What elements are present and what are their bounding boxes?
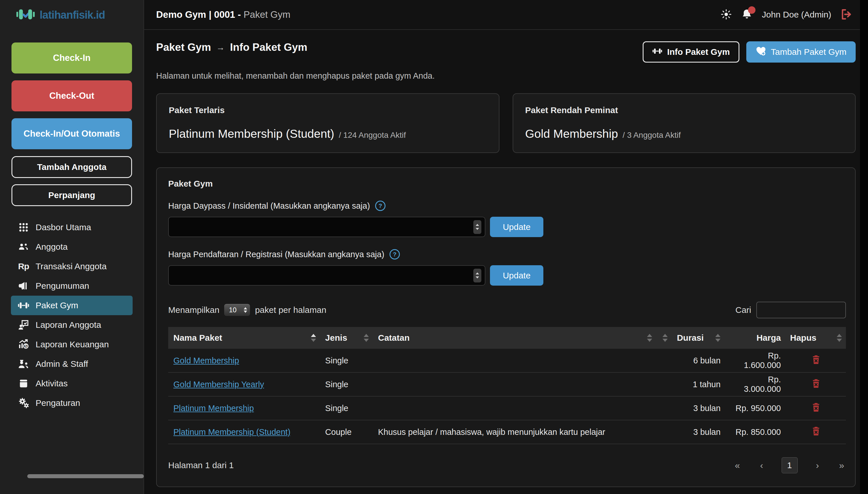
col-durasi[interactable]: Durasi bbox=[672, 327, 725, 349]
sidebar-item-laporan-anggota[interactable]: Laporan Anggota bbox=[11, 315, 133, 335]
megaphone-icon bbox=[17, 280, 30, 292]
sidebar-item-pengumuman[interactable]: Pengumuman bbox=[11, 276, 133, 296]
brand-logo[interactable]: latihanfisik.id bbox=[0, 0, 143, 30]
check-in-button[interactable]: Check-In bbox=[12, 42, 132, 74]
tambah-paket-gym-button[interactable]: Tambah Paket Gym bbox=[746, 41, 856, 62]
trash-icon bbox=[811, 385, 822, 390]
card-value: Platinum Membership (Student) bbox=[169, 127, 334, 141]
col-hapus[interactable]: Hapus bbox=[785, 327, 846, 349]
package-link[interactable]: Gold Membership Yearly bbox=[173, 380, 264, 389]
update-daypass-button[interactable]: Update bbox=[490, 217, 543, 237]
app-window: latihanfisik.id Check-In Check-Out Check… bbox=[0, 0, 868, 494]
pagination-first-button[interactable]: « bbox=[733, 460, 742, 471]
page-length-select[interactable]: 10 bbox=[224, 304, 250, 316]
package-link[interactable]: Gold Membership bbox=[173, 356, 239, 365]
col-catatan[interactable]: Catatan bbox=[373, 327, 656, 349]
pagination-prev-button[interactable]: ‹ bbox=[758, 460, 765, 471]
info-paket-gym-button[interactable]: Info Paket Gym bbox=[643, 41, 739, 62]
brand-name: latihanfisik.id bbox=[40, 9, 105, 21]
horizontal-scrollbar-thumb[interactable] bbox=[27, 474, 144, 478]
table-row: Platinum Membership (Student) Couple Khu… bbox=[168, 420, 846, 444]
search-input[interactable] bbox=[756, 302, 846, 318]
sidebar: latihanfisik.id Check-In Check-Out Check… bbox=[0, 0, 144, 494]
pagination-next-button[interactable]: › bbox=[814, 460, 821, 471]
sidebar-item-dasbor-utama[interactable]: Dasbor Utama bbox=[11, 217, 133, 237]
sidebar-item-label: Aktivitas bbox=[36, 379, 68, 388]
user-name: John Doe (Admin) bbox=[762, 10, 831, 20]
col-hidden[interactable] bbox=[656, 327, 672, 349]
page-subtitle: Halaman untuk melihat, menambah dan meng… bbox=[156, 71, 856, 81]
sidebar-item-label: Pengumuman bbox=[36, 281, 89, 291]
sidebar-item-admin-staff[interactable]: Admin & Staff bbox=[11, 354, 133, 374]
finance-report-icon: $ bbox=[17, 338, 30, 351]
add-member-button[interactable]: Tambah Anggota bbox=[12, 156, 132, 178]
registration-price-input[interactable] bbox=[168, 265, 485, 286]
pagination-current-page[interactable]: 1 bbox=[782, 457, 798, 473]
delete-package-button[interactable] bbox=[811, 402, 822, 414]
col-nama-paket[interactable]: Nama Paket bbox=[168, 327, 320, 349]
col-jenis[interactable]: Jenis bbox=[320, 327, 373, 349]
trash-icon bbox=[811, 409, 822, 414]
length-suffix: paket per halaman bbox=[255, 305, 326, 315]
pagination-last-button[interactable]: » bbox=[837, 460, 846, 471]
breadcrumb: Paket Gym → Info Paket Gym bbox=[156, 41, 307, 53]
activity-box-icon bbox=[17, 377, 30, 390]
sidebar-item-label: Laporan Keuangan bbox=[36, 340, 109, 349]
logout-button[interactable] bbox=[840, 8, 852, 21]
delete-package-button[interactable] bbox=[811, 354, 822, 366]
page-title: Demo Gym | 0001 - Paket Gym bbox=[156, 9, 290, 20]
sidebar-item-transaksi-anggota[interactable]: Rp Transaksi Anggota bbox=[11, 256, 133, 276]
search-label: Cari bbox=[735, 305, 751, 315]
package-link[interactable]: Platinum Membership bbox=[173, 404, 254, 413]
info-paket-gym-label: Info Paket Gym bbox=[667, 47, 730, 57]
panel-title: Paket Gym bbox=[168, 179, 846, 189]
update-registration-button[interactable]: Update bbox=[490, 265, 543, 286]
page-length-control: Menampilkan 10 paket per halaman bbox=[168, 304, 326, 316]
sidebar-item-pengaturan[interactable]: Pengaturan bbox=[11, 393, 133, 413]
theme-toggle-button[interactable] bbox=[720, 8, 732, 21]
col-harga[interactable]: Harga bbox=[725, 327, 785, 349]
header-right: John Doe (Admin) bbox=[720, 8, 852, 21]
breadcrumb-arrow-icon: → bbox=[216, 42, 225, 52]
sun-icon bbox=[720, 8, 732, 21]
card-meta: / 3 Anggota Aktif bbox=[622, 131, 680, 140]
sidebar-item-anggota[interactable]: Anggota bbox=[11, 237, 133, 256]
delete-package-button[interactable] bbox=[811, 378, 822, 390]
page-content: Paket Gym → Info Paket Gym Info Paket Gy… bbox=[144, 30, 860, 494]
card-title: Paket Rendah Peminat bbox=[525, 105, 843, 115]
gym-title-bold: Demo Gym | 0001 - bbox=[156, 9, 241, 20]
auto-check-in-out-button[interactable]: Check-In/Out Otomatis bbox=[12, 118, 132, 149]
extend-button[interactable]: Perpanjang bbox=[12, 184, 132, 206]
delete-package-button[interactable] bbox=[811, 426, 822, 437]
number-stepper[interactable] bbox=[473, 269, 481, 282]
sidebar-item-label: Laporan Anggota bbox=[36, 320, 101, 330]
page-length-value: 10 bbox=[229, 306, 236, 314]
check-out-button[interactable]: Check-Out bbox=[12, 80, 132, 111]
package-link[interactable]: Platinum Membership (Student) bbox=[173, 428, 290, 437]
sidebar-item-label: Pengaturan bbox=[36, 398, 80, 408]
number-stepper[interactable] bbox=[473, 220, 481, 234]
help-icon[interactable]: ? bbox=[389, 249, 400, 260]
logout-icon bbox=[840, 8, 852, 21]
top-header: Demo Gym | 0001 - Paket Gym John Doe (Ad… bbox=[144, 0, 860, 30]
help-icon[interactable]: ? bbox=[375, 201, 385, 211]
tambah-paket-gym-label: Tambah Paket Gym bbox=[771, 47, 847, 57]
dumbbell-icon bbox=[17, 299, 30, 312]
daypass-price-input[interactable] bbox=[168, 217, 485, 237]
notifications-button[interactable] bbox=[740, 8, 753, 21]
breadcrumb-root[interactable]: Paket Gym bbox=[156, 41, 211, 53]
member-report-icon bbox=[17, 319, 30, 331]
sidebar-item-label: Dasbor Utama bbox=[36, 223, 91, 232]
sidebar-menu: Dasbor Utama Anggota Rp Transaksi Anggot… bbox=[0, 217, 143, 413]
heart-plus-icon bbox=[755, 46, 766, 59]
gym-title-section: Paket Gym bbox=[244, 9, 290, 20]
sidebar-item-laporan-keuangan[interactable]: $ Laporan Keuangan bbox=[11, 335, 133, 354]
rupiah-icon: Rp bbox=[17, 260, 30, 273]
table-row: Gold Membership Single 6 bulan Rp. 1.600… bbox=[168, 349, 846, 373]
sidebar-item-paket-gym[interactable]: Paket Gym bbox=[11, 296, 133, 315]
sidebar-item-label: Anggota bbox=[36, 242, 68, 252]
sidebar-item-aktivitas[interactable]: Aktivitas bbox=[11, 374, 133, 393]
table-row: Platinum Membership Single 3 bulan Rp. 9… bbox=[168, 396, 846, 420]
card-paket-rendah-peminat: Paket Rendah Peminat Gold Membership / 3… bbox=[513, 93, 856, 153]
grid-icon bbox=[17, 221, 30, 234]
